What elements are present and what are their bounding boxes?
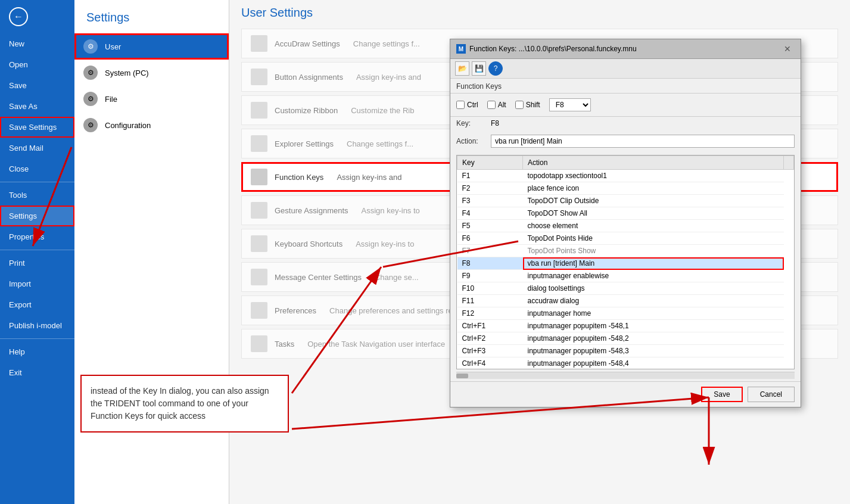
settings-nav-system[interactable]: ⚙ System (PC) [74, 60, 229, 86]
table-row[interactable]: F4TopoDOT Show All [457, 207, 794, 220]
toolbar-open-button[interactable]: 📂 [455, 61, 469, 76]
function-keys-dialog: M Function Keys: ...\10.0.0\prefs\Person… [450, 39, 801, 407]
sidebar-item-save-settings[interactable]: Save Settings [0, 117, 74, 138]
dialog-close-button[interactable]: ✕ [780, 43, 795, 55]
table-cell-action: place fence icon [523, 182, 784, 195]
table-row[interactable]: Ctrl+F1inputmanager popupitem -548,1 [457, 320, 794, 332]
preferences-icon [251, 302, 267, 319]
sidebar-item-exit[interactable]: Exit [0, 362, 74, 383]
sidebar-item-publish-imodel[interactable]: Publish i-model [0, 315, 74, 336]
table-cell-key: Ctrl+F1 [457, 320, 523, 332]
message-desc: Change se... [375, 273, 419, 282]
key-dropdown[interactable]: F1F2F3F4 F5F6F7F8 F9F10F11F12 [549, 98, 591, 111]
sidebar-item-settings[interactable]: Settings [0, 206, 74, 226]
dialog-table: Key Action F1topodotapp xsectiontool1F2p… [457, 155, 794, 369]
preferences-label: Preferences [275, 306, 316, 315]
explorer-desc: Change settings f... [347, 139, 413, 148]
table-row[interactable]: Ctrl+F3inputmanager popupitem -548,3 [457, 345, 794, 357]
table-row[interactable]: Ctrl+F4inputmanager popupitem -548,4 [457, 357, 794, 370]
table-cell-action: TopoDOT Show All [523, 207, 784, 220]
table-cell-key: F7 [457, 245, 523, 257]
table-cell-key: F11 [457, 295, 523, 307]
keyboard-desc: Assign key-ins to [356, 239, 414, 248]
user-nav-icon: ⚙ [83, 39, 98, 54]
settings-title: Settings [74, 6, 229, 33]
sidebar-item-tools[interactable]: Tools [0, 185, 74, 206]
dialog-table-container: Key Action F1topodotapp xsectiontool1F2p… [456, 155, 795, 369]
action-label: Action: [456, 137, 486, 145]
table-cell-key: Ctrl+F2 [457, 332, 523, 345]
ctrl-checkbox[interactable] [456, 101, 465, 109]
ribbon-desc: Customize the Rib [351, 106, 414, 115]
accudraw-label: AccuDraw Settings [275, 39, 340, 48]
key-label: Key: [456, 119, 486, 127]
table-cell-key: F8 [457, 257, 523, 270]
table-cell-action: inputmanager enablewise [523, 270, 784, 282]
sidebar-item-print[interactable]: Print [0, 253, 74, 273]
table-row[interactable]: Ctrl+F2inputmanager popupitem -548,2 [457, 332, 794, 345]
dialog-section-label: Function Keys [450, 79, 801, 94]
table-cell-key: F5 [457, 220, 523, 232]
sidebar-item-save-as[interactable]: Save As [0, 96, 74, 117]
shift-checkbox[interactable] [515, 101, 524, 109]
table-row[interactable]: F12inputmanager home [457, 307, 794, 320]
table-row[interactable]: F7TopoDot Points Show [457, 245, 794, 257]
settings-nav-user[interactable]: ⚙ User [74, 33, 229, 60]
back-circle-icon[interactable]: ← [9, 7, 28, 26]
dialog-key-row: Ctrl Alt Shift F1F2F3F4 F5F6F7F8 F9F10F1… [450, 94, 801, 117]
sidebar-item-open[interactable]: Open [0, 54, 74, 75]
col-header-action: Action [523, 156, 784, 170]
table-cell-action: inputmanager home [523, 307, 784, 320]
sidebar-item-import[interactable]: Import [0, 273, 74, 294]
table-cell-action: inputmanager popupitem -548,2 [523, 332, 784, 345]
table-row[interactable]: F5choose element [457, 220, 794, 232]
sidebar-item-properties[interactable]: Properties [0, 226, 74, 247]
col-header-key: Key [457, 156, 523, 170]
table-cell-action: dialog toolsettings [523, 282, 784, 295]
table-cell-key: F9 [457, 270, 523, 282]
cancel-button[interactable]: Cancel [748, 387, 795, 402]
save-button[interactable]: Save [701, 387, 742, 402]
sidebar-item-send-mail[interactable]: Send Mail [0, 138, 74, 158]
table-row[interactable]: F10dialog toolsettings [457, 282, 794, 295]
alt-label: Alt [498, 101, 506, 109]
ctrl-label: Ctrl [467, 101, 478, 109]
sidebar-item-save[interactable]: Save [0, 75, 74, 96]
shift-label: Shift [526, 101, 540, 109]
sidebar-item-close[interactable]: Close [0, 158, 74, 179]
accudraw-desc: Change settings f... [353, 39, 420, 48]
sidebar-item-new[interactable]: New [0, 33, 74, 54]
dialog-app-icon: M [456, 44, 466, 54]
table-row[interactable]: F9inputmanager enablewise [457, 270, 794, 282]
horizontal-scrollbar[interactable] [456, 372, 795, 379]
key-value: F8 [491, 119, 499, 127]
table-cell-key: F12 [457, 307, 523, 320]
settings-nav-config[interactable]: ⚙ Configuration [74, 112, 229, 138]
toolbar-save-button[interactable]: 💾 [472, 61, 486, 76]
gesture-desc: Assign key-ins to [362, 206, 420, 215]
table-row[interactable]: F1topodotapp xsectiontool1 [457, 170, 794, 182]
action-input[interactable] [491, 135, 795, 148]
ctrl-checkbox-group: Ctrl [456, 101, 478, 109]
sidebar-item-export[interactable]: Export [0, 294, 74, 315]
table-row[interactable]: F8vba run [trident] Main [457, 257, 794, 270]
action-row: Action: [450, 132, 801, 153]
user-nav-label: User [105, 42, 121, 51]
key-display-row: Key: F8 [450, 117, 801, 132]
table-row[interactable]: F11accudraw dialog [457, 295, 794, 307]
table-cell-action: inputmanager popupitem -548,4 [523, 357, 784, 370]
table-row[interactable]: F2place fence icon [457, 182, 794, 195]
table-row[interactable]: F3TopoDOT Clip Outside [457, 195, 794, 207]
back-button[interactable]: ← [0, 0, 74, 33]
table-row[interactable]: F6TopoDot Points Hide [457, 232, 794, 245]
keyboard-icon [251, 235, 267, 252]
toolbar-help-button[interactable]: ? [488, 61, 503, 76]
scrollbar-thumb[interactable] [456, 374, 468, 378]
table-cell-key: F10 [457, 282, 523, 295]
settings-nav-file[interactable]: ⚙ File [74, 86, 229, 112]
alt-checkbox[interactable] [487, 101, 496, 109]
shift-checkbox-group: Shift [515, 101, 540, 109]
table-cell-action: TopoDot Points Hide [523, 232, 784, 245]
table-cell-action: inputmanager popupitem -548,3 [523, 345, 784, 357]
sidebar-item-help[interactable]: Help [0, 341, 74, 362]
